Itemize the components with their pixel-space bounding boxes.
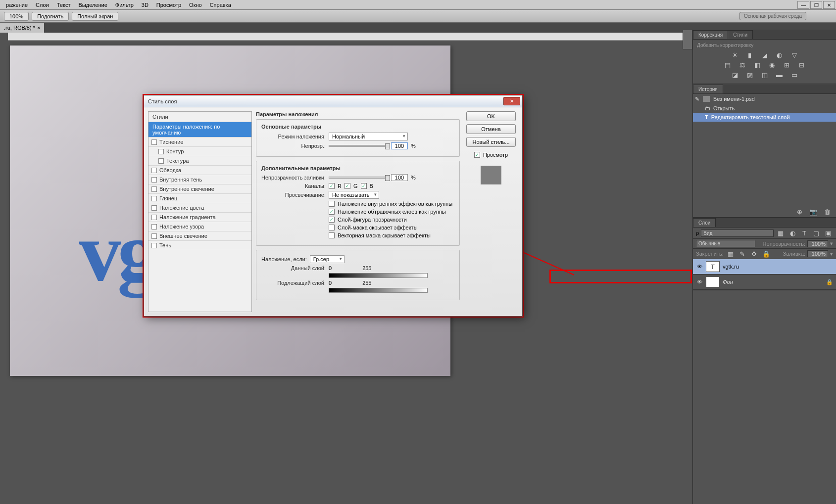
ok-button[interactable]: OK [466,111,516,121]
filter-kind-select[interactable]: Вид [701,229,774,237]
channel-g-checkbox[interactable]: ✓ [344,183,350,189]
workspace-dropdown[interactable]: Основная рабочая среда [739,12,806,20]
document-tab[interactable]: .ru, RGB/8) * × [0,23,44,33]
dialog-close-button[interactable]: ✕ [503,97,520,105]
checkbox[interactable] [329,201,335,207]
lock-pixels-icon[interactable]: ✎ [738,250,747,258]
opacity-slider[interactable] [329,145,388,147]
fill-opacity-slider[interactable] [329,177,388,179]
checkbox[interactable] [329,232,335,238]
this-layer-slider[interactable] [329,273,428,278]
tab-history[interactable]: История [693,85,723,93]
style-item-color-overlay[interactable]: Наложение цвета [148,203,251,213]
vibrance-icon[interactable]: ▽ [789,51,799,59]
channel-b-checkbox[interactable]: ✓ [361,183,367,189]
dialog-title-bar[interactable]: Стиль слоя ✕ [144,95,522,107]
checkbox[interactable] [151,243,157,248]
underlying-layer-slider[interactable] [329,288,428,293]
lock-transparency-icon[interactable]: ▦ [726,250,736,258]
chevron-down-icon[interactable]: ▾ [830,251,833,257]
style-item-gradient-overlay[interactable]: Наложение градиента [148,213,251,222]
tab-styles[interactable]: Стили [728,30,753,39]
cancel-button[interactable]: Отмена [466,124,516,134]
visibility-icon[interactable]: 👁 [696,264,703,270]
hue-icon[interactable]: ▤ [723,61,733,69]
history-create-icon[interactable]: ⊕ [794,208,804,216]
history-item[interactable]: 🗀 Открыть [693,104,836,113]
menu-item[interactable]: 3D [138,1,152,9]
preview-checkbox[interactable]: ✓ [474,152,480,158]
lock-all-icon[interactable]: 🔒 [761,250,771,258]
tab-layers[interactable]: Слои [693,218,716,227]
style-item-outer-glow[interactable]: Внешнее свечение [148,231,251,241]
checkbox[interactable] [151,186,157,192]
fill-opacity-input[interactable]: 100 [391,174,408,181]
close-tab-icon[interactable]: × [37,25,40,31]
menu-item[interactable]: Выделение [75,1,111,9]
style-item-satin[interactable]: Глянец [148,194,251,203]
trash-icon[interactable]: 🗑 [822,208,832,216]
new-style-button[interactable]: Новый стиль... [466,137,516,147]
camera-icon[interactable]: 📷 [808,208,818,216]
fullscreen-button[interactable]: Полный экран [72,12,118,21]
filter-adj-icon[interactable]: ◐ [787,229,797,237]
photo-filter-icon[interactable]: ◉ [767,61,777,69]
maximize-button[interactable]: ❐ [810,1,822,9]
filter-text-icon[interactable]: T [799,229,809,237]
curves-icon[interactable]: ◢ [760,51,770,59]
chevron-down-icon[interactable]: ▾ [830,240,833,247]
blend-mode-dropdown[interactable]: Нормальный [329,133,408,140]
lock-position-icon[interactable]: ✥ [749,250,759,258]
layer-row[interactable]: 👁 T vgtk.ru [693,259,836,275]
style-item-contour[interactable]: Контур [148,147,251,156]
opacity-field[interactable]: 100% [807,240,828,247]
style-item-bevel[interactable]: Тиснение [148,137,251,147]
threshold-icon[interactable]: ◫ [760,71,770,79]
checkbox[interactable] [158,149,164,154]
menu-item[interactable]: ражение [2,1,32,9]
filter-smart-icon[interactable]: ▣ [823,229,833,237]
brightness-icon[interactable]: ☀ [730,51,740,59]
style-item-texture[interactable]: Текстура [148,156,251,166]
visibility-icon[interactable]: 👁 [696,279,703,285]
checkbox[interactable] [151,205,157,211]
levels-icon[interactable]: ▮ [745,51,755,59]
filter-shape-icon[interactable]: ▢ [811,229,821,237]
panel-collapse-icon[interactable] [683,30,692,49]
exposure-icon[interactable]: ◐ [775,51,785,59]
channel-r-checkbox[interactable]: ✓ [329,183,335,189]
zoom-field[interactable]: 100% [4,12,29,21]
checkbox[interactable] [151,177,157,183]
checkbox[interactable] [151,224,157,229]
menu-item[interactable]: Слои [32,1,53,9]
menu-item[interactable]: Текст [53,1,75,9]
close-window-button[interactable]: ✕ [823,1,835,9]
blend-if-dropdown[interactable]: Гр.сер. [310,255,344,263]
minimize-button[interactable]: — [797,1,809,9]
style-item-drop-shadow[interactable]: Тень [148,241,251,250]
menu-item[interactable]: Фильтр [111,1,138,9]
style-item-blending[interactable]: Параметры наложения: по умолчанию [148,122,251,137]
checkbox[interactable] [329,225,335,230]
style-item-inner-shadow[interactable]: Внутренняя тень [148,175,251,184]
style-item-pattern-overlay[interactable]: Наложение узора [148,222,251,231]
checkbox[interactable] [158,158,164,164]
opacity-input[interactable]: 100 [391,142,408,149]
styles-list-head[interactable]: Стили [148,112,251,122]
lookup-icon[interactable]: ⊟ [797,61,807,69]
filter-pixel-icon[interactable]: ▦ [776,229,786,237]
filter-kind-icon[interactable]: ρ [696,230,699,236]
fill-field[interactable]: 100% [807,250,828,257]
layer-row[interactable]: 👁 Фон 🔒 [693,275,836,290]
posterize-icon[interactable]: ▨ [745,71,755,79]
checkbox[interactable] [151,233,157,239]
checkbox[interactable] [151,139,157,145]
checkbox[interactable]: ✓ [329,217,335,223]
history-snapshot[interactable]: ✎ Без имени-1.psd [693,94,836,104]
checkbox[interactable]: ✓ [329,209,335,215]
checkbox[interactable] [151,215,157,220]
menu-item[interactable]: Окно [185,1,206,9]
knockout-dropdown[interactable]: Не показывать [329,191,379,199]
menu-item[interactable]: Просмотр [152,1,185,9]
gradient-map-icon[interactable]: ▬ [775,71,785,79]
